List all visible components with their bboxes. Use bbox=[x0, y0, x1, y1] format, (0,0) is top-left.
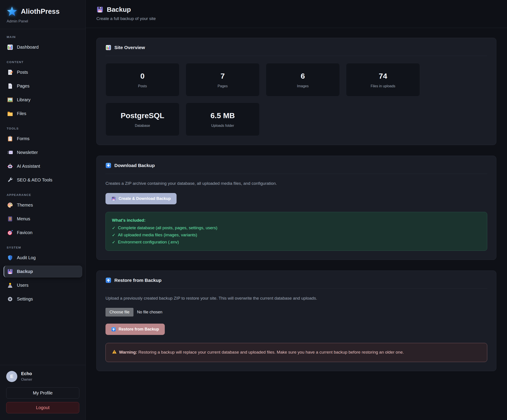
floppy-disk-icon bbox=[7, 269, 13, 275]
sidebar-item-files[interactable]: Files bbox=[4, 108, 82, 119]
sidebar-item-label: Backup bbox=[17, 269, 33, 274]
check-icon: ✓ bbox=[112, 225, 115, 231]
sidebar-item-settings[interactable]: Settings bbox=[4, 293, 82, 305]
sidebar-footer: E Echo Owner My Profile Logout bbox=[0, 365, 85, 420]
memo-icon bbox=[7, 69, 13, 75]
gear-icon bbox=[7, 296, 13, 302]
choose-file-button[interactable]: Choose file bbox=[106, 308, 134, 316]
page-header: Backup Create a full backup of your site bbox=[86, 0, 507, 28]
stat-database: PostgreSQL Database bbox=[106, 103, 179, 136]
sidebar-header: AliothPress Admin Panel bbox=[0, 0, 85, 29]
sidebar-item-pages[interactable]: Pages bbox=[4, 80, 82, 92]
sidebar-item-audit-log[interactable]: Audit Log bbox=[4, 252, 82, 263]
section-label: CONTENT bbox=[7, 60, 79, 64]
sidebar-item-label: Forms bbox=[17, 136, 29, 141]
bar-chart-icon bbox=[106, 45, 111, 50]
included-item: ✓ All uploaded media files (images, vari… bbox=[112, 233, 481, 238]
page-icon bbox=[7, 83, 13, 89]
app-subtitle: Admin Panel bbox=[7, 19, 79, 23]
avatar: E bbox=[6, 371, 17, 382]
sidebar-item-label: Menus bbox=[17, 216, 30, 221]
site-overview-card: Site Overview 0 Posts 7 Pages 6 Images 7… bbox=[96, 38, 496, 145]
restore-description: Upload a previously created backup ZIP t… bbox=[106, 296, 487, 301]
sidebar-item-label: AI Assistant bbox=[17, 164, 40, 169]
sidebar-item-label: Users bbox=[17, 283, 28, 288]
sidebar-item-newsletter[interactable]: Newsletter bbox=[4, 147, 82, 158]
download-description: Creates a ZIP archive containing your da… bbox=[106, 181, 487, 186]
stat-uploads-folder: 6.5 MB Uploads folder bbox=[186, 103, 260, 136]
my-profile-button[interactable]: My Profile bbox=[6, 387, 79, 399]
sidebar-item-library[interactable]: Library bbox=[4, 94, 82, 106]
stat-files-in-uploads: 74 Files in uploads bbox=[346, 63, 420, 96]
whats-included-box: What's included: ✓ Complete database (al… bbox=[106, 212, 487, 251]
sidebar-item-label: Pages bbox=[17, 84, 29, 89]
included-item: ✓ Complete database (all posts, pages, s… bbox=[112, 225, 481, 231]
stats-grid: 0 Posts 7 Pages 6 Images 74 Files in upl… bbox=[106, 63, 487, 136]
floppy-disk-icon bbox=[96, 6, 104, 13]
user-role: Owner bbox=[21, 377, 32, 382]
sidebar-item-themes[interactable]: Themes bbox=[4, 199, 82, 211]
sidebar-item-forms[interactable]: Forms bbox=[4, 133, 82, 144]
sidebar-item-label: Favicon bbox=[17, 230, 32, 235]
app-name: AliothPress bbox=[21, 7, 60, 15]
sidebar-item-favicon[interactable]: Favicon bbox=[4, 227, 82, 238]
sidebar-item-label: Themes bbox=[17, 203, 33, 208]
sidebar-item-label: Newsletter bbox=[17, 150, 38, 155]
keypad-icon bbox=[7, 216, 13, 222]
sidebar-item-users[interactable]: Users bbox=[4, 280, 82, 291]
user-row: E Echo Owner bbox=[6, 371, 79, 382]
stat-value: 7 bbox=[190, 72, 255, 80]
stat-posts: 0 Posts bbox=[106, 63, 179, 96]
app-logo-star-icon bbox=[7, 6, 17, 17]
sidebar-item-ai-assistant[interactable]: AI Assistant bbox=[4, 161, 82, 172]
card-title: Restore from Backup bbox=[114, 278, 162, 283]
sidebar-item-label: Dashboard bbox=[17, 45, 39, 50]
card-title: Site Overview bbox=[114, 45, 145, 50]
palette-icon bbox=[7, 202, 13, 208]
stat-value: 6 bbox=[270, 72, 336, 80]
stat-label: Posts bbox=[110, 84, 175, 88]
technologist-icon bbox=[7, 282, 13, 288]
restore-from-backup-button[interactable]: Restore from Backup bbox=[106, 324, 165, 335]
included-item: ✓ Environment configuration (.env) bbox=[112, 240, 481, 245]
sidebar-item-menus[interactable]: Menus bbox=[4, 213, 82, 225]
sidebar-item-posts[interactable]: Posts bbox=[4, 67, 82, 78]
user-name: Echo bbox=[21, 371, 32, 376]
nav-section-tools: TOOLS Forms Newsletter AI Assistant SEO … bbox=[4, 127, 82, 186]
stat-label: Database bbox=[110, 124, 175, 128]
stat-label: Uploads folder bbox=[190, 124, 255, 128]
bar-chart-icon bbox=[7, 44, 13, 50]
sidebar-item-label: Posts bbox=[17, 70, 28, 75]
wrench-icon bbox=[7, 177, 13, 183]
file-status: No file chosen bbox=[137, 310, 162, 314]
sidebar-item-label: Audit Log bbox=[17, 255, 36, 260]
stat-label: Images bbox=[270, 84, 336, 88]
page-title: Backup bbox=[107, 6, 131, 13]
download-icon bbox=[106, 163, 111, 168]
nav-section-system: SYSTEM Audit Log Backup Users Settings bbox=[4, 246, 82, 305]
framed-picture-icon bbox=[7, 97, 13, 103]
incoming-envelope-icon bbox=[7, 149, 13, 156]
sidebar-item-seo-tools[interactable]: SEO & AEO Tools bbox=[4, 174, 82, 186]
warning-label: Warning: bbox=[119, 350, 137, 355]
check-icon: ✓ bbox=[112, 233, 115, 238]
stat-label: Pages bbox=[190, 84, 255, 88]
download-backup-card: Download Backup Creates a ZIP archive co… bbox=[96, 156, 496, 260]
section-label: SYSTEM bbox=[7, 246, 79, 249]
file-input[interactable]: Choose file No file chosen bbox=[106, 308, 487, 316]
folder-icon bbox=[7, 111, 13, 117]
section-label: APPEARANCE bbox=[7, 193, 79, 197]
warning-icon bbox=[112, 349, 117, 356]
sidebar-item-dashboard[interactable]: Dashboard bbox=[4, 42, 82, 53]
nav-section-appearance: APPEARANCE Themes Menus Favicon bbox=[4, 193, 82, 238]
create-download-backup-button[interactable]: Create & Download Backup bbox=[106, 193, 176, 204]
floppy-disk-icon bbox=[111, 196, 116, 201]
nav-section-content: CONTENT Posts Pages Library Files bbox=[4, 60, 82, 119]
sidebar-item-backup[interactable]: Backup bbox=[4, 266, 82, 277]
stat-value: PostgreSQL bbox=[110, 111, 175, 120]
logout-button[interactable]: Logout bbox=[6, 402, 79, 413]
sidebar-item-label: Library bbox=[17, 97, 30, 102]
warning-text: Restoring a backup will replace your cur… bbox=[138, 350, 404, 355]
sidebar-item-label: SEO & AEO Tools bbox=[17, 178, 52, 183]
page-subtitle: Create a full backup of your site bbox=[96, 16, 496, 21]
